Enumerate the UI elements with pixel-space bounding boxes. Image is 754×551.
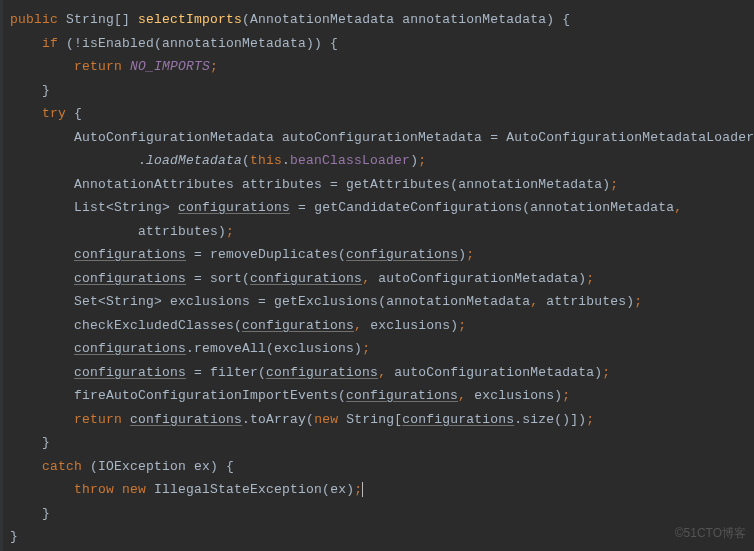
param-type: AnnotationMetadata — [250, 12, 394, 27]
method-name: selectImports — [138, 12, 242, 27]
arg: ex — [330, 482, 346, 497]
constant: NO_IMPORTS — [130, 59, 210, 74]
arg: annotationMetadata — [530, 200, 674, 215]
type: String — [106, 294, 154, 309]
keyword-try: try — [42, 106, 66, 121]
type: AnnotationAttributes — [74, 177, 234, 192]
type: AutoConfigurationMetadata — [74, 130, 274, 145]
arg: annotationMetadata — [386, 294, 530, 309]
watermark: ©51CTO博客 — [675, 522, 746, 546]
call: removeDuplicates — [210, 247, 338, 262]
keyword-throw: throw — [74, 482, 114, 497]
keyword-return: return — [74, 59, 122, 74]
arg: configurations — [250, 271, 362, 286]
type: String[] — [66, 12, 130, 27]
var: configurations — [74, 271, 186, 286]
arg: attributes — [138, 224, 218, 239]
var: configurations — [74, 365, 186, 380]
keyword-catch: catch — [42, 459, 82, 474]
call: size — [522, 412, 554, 427]
keyword-return: return — [74, 412, 122, 427]
arg: exclusions — [370, 318, 450, 333]
call: checkExcludedClasses — [74, 318, 234, 333]
call: getCandidateConfigurations — [314, 200, 522, 215]
arg: exclusions — [474, 388, 554, 403]
type: IllegalStateException — [154, 482, 322, 497]
call: fireAutoConfigurationImportEvents — [74, 388, 338, 403]
code-editor[interactable]: public String[] selectImports(Annotation… — [0, 0, 754, 549]
type: String — [114, 200, 162, 215]
type: IOException — [98, 459, 186, 474]
arg: autoConfigurationMetadata — [394, 365, 594, 380]
arg: configurations — [346, 388, 458, 403]
var: configurations — [130, 412, 242, 427]
param-name: annotationMetadata — [402, 12, 546, 27]
keyword-if: if — [42, 36, 58, 51]
var: attributes — [242, 177, 322, 192]
call: sort — [210, 271, 242, 286]
var: autoConfigurationMetadata — [282, 130, 482, 145]
type: AutoConfigurationMetadataLoader — [506, 130, 754, 145]
arg: configurations — [346, 247, 458, 262]
keyword-new: new — [314, 412, 338, 427]
call: filter — [210, 365, 258, 380]
call: removeAll — [194, 341, 266, 356]
keyword-public: public — [10, 12, 58, 27]
keyword-this: this — [250, 153, 282, 168]
call: isEnabled — [82, 36, 154, 51]
keyword-new: new — [122, 482, 146, 497]
arg: configurations — [266, 365, 378, 380]
call: toArray — [250, 412, 306, 427]
type: String — [346, 412, 394, 427]
field: beanClassLoader — [290, 153, 410, 168]
arg: annotationMetadata — [162, 36, 306, 51]
arg: attributes — [546, 294, 626, 309]
var: exclusions — [170, 294, 250, 309]
type: List — [74, 200, 106, 215]
arg: exclusions — [274, 341, 354, 356]
call: getAttributes — [346, 177, 450, 192]
var: configurations — [74, 341, 186, 356]
type: Set — [74, 294, 98, 309]
arg: annotationMetadata — [458, 177, 602, 192]
call: getExclusions — [274, 294, 378, 309]
var: configurations — [74, 247, 186, 262]
arg: configurations — [242, 318, 354, 333]
var: configurations — [402, 412, 514, 427]
call: loadMetadata — [146, 153, 242, 168]
arg: autoConfigurationMetadata — [378, 271, 578, 286]
var: configurations — [178, 200, 290, 215]
var: ex — [194, 459, 210, 474]
